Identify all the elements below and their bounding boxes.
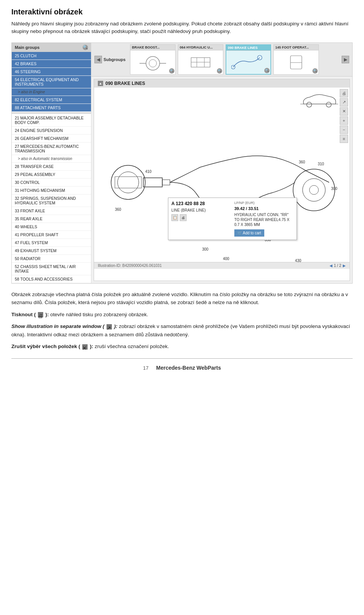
show-illus-label-end: ): bbox=[114, 323, 119, 329]
print-tool-btn[interactable]: 🖨 bbox=[340, 89, 348, 97]
subgroup-prev-btn[interactable]: ◀ bbox=[94, 56, 102, 63]
svg-text:360: 360 bbox=[299, 160, 305, 164]
popup-icon-2[interactable]: 🖨 bbox=[180, 214, 187, 221]
ui-screenshot: Main groups 🔍 25 CLUTCH 42 BRAKES 46 STE… bbox=[11, 42, 353, 284]
sidebar-item-electrical-system[interactable]: 82 ELECTRICAL SYSTEM bbox=[12, 96, 91, 104]
tisknout-label-end: ): bbox=[46, 312, 50, 317]
subgroup-thumbnails: BRAKE BOOST... 🔍 bbox=[130, 44, 340, 75]
svg-text:310: 310 bbox=[318, 162, 324, 166]
illustration-bottom-bar: Illustration-ID: B42090000426.061031 ◀ 1… bbox=[94, 262, 350, 269]
svg-rect-18 bbox=[143, 178, 162, 187]
main-groups-header: Main groups 🔍 bbox=[12, 43, 91, 52]
sidebar-item-exhaust[interactable]: 49 EXHAUST SYSTEM bbox=[12, 247, 91, 255]
svg-rect-19 bbox=[162, 180, 170, 185]
sidebar-item-radiator[interactable]: 50 RADIATOR bbox=[12, 255, 91, 263]
sidebar-item-rear-axle[interactable]: 35 REAR AXLE bbox=[12, 215, 91, 223]
deselect-icon: ✕ bbox=[82, 344, 88, 350]
subgroup-brake-boost-search[interactable]: 🔍 bbox=[169, 68, 174, 74]
illustration-tools: 🖨 ↗ ✕ + − ≡ bbox=[338, 88, 350, 144]
scroll-tool-btn[interactable]: ≡ bbox=[340, 135, 348, 143]
part-number: A 123 420 88 28 bbox=[171, 201, 231, 206]
illustration-content: 410 360 360 bbox=[94, 88, 350, 262]
svg-point-25 bbox=[309, 185, 318, 195]
part-popup-left: A 123 420 88 28 LINE (BRAKE LINE) 📋 🖨 bbox=[171, 201, 231, 237]
separate-window-icon: ↗ bbox=[107, 324, 112, 329]
sidebar-item-control[interactable]: 30 CONTROL bbox=[12, 179, 91, 187]
subgroup-foot-operat[interactable]: 145 FOOT OPERAT... 🔍 bbox=[273, 44, 319, 75]
subgroup-brake-lines[interactable]: 090 BRAKE LINES 🔍 bbox=[226, 44, 271, 75]
svg-point-24 bbox=[303, 179, 325, 201]
sidebar-item-tools[interactable]: 58 TOOLS AND ACCESSORIES bbox=[12, 275, 91, 283]
svg-text:410: 410 bbox=[145, 169, 152, 174]
page-prev-btn[interactable]: ◀ bbox=[329, 264, 333, 268]
sidebar-item-also-in-engine[interactable]: > also in Engine bbox=[12, 88, 91, 96]
svg-text:400: 400 bbox=[223, 257, 229, 261]
sidebar-item-steering[interactable]: 46 STEERING bbox=[12, 68, 91, 76]
subgroup-foot-operat-label: 145 FOOT OPERAT... bbox=[274, 45, 318, 50]
sidebar-item-mercedes-auto-trans[interactable]: 27 MERCEDES-BENZ AUTOMATIC TRANSMISSION bbox=[12, 143, 91, 155]
cart-icon: 🛒 bbox=[237, 231, 242, 235]
page-title: Interaktivní obrázek bbox=[11, 8, 353, 16]
sidebar-item-chassis[interactable]: 52 CHASSIS SHEET METAL / AIR INTAKE bbox=[12, 263, 91, 275]
subgroups-bar: ◀ Subgroups BRAKE BOOST... bbox=[91, 43, 352, 77]
sidebar-item-gearshift[interactable]: 26 GEARSHIFT MECHANISM bbox=[12, 135, 91, 143]
page-next-btn[interactable]: ▶ bbox=[343, 264, 346, 268]
sidebar-item-fuel[interactable]: 47 FUEL SYSTEM bbox=[12, 239, 91, 247]
sidebar-item-engine-suspension[interactable]: 24 ENGINE SUSPENSION bbox=[12, 127, 91, 135]
sidebar-item-propeller[interactable]: 41 PROPELLER SHAFT bbox=[12, 231, 91, 239]
footer-bar: 17 Mercedes-Benz WebParts bbox=[11, 362, 353, 373]
intro-paragraph: Náhledy pro hlavní skupiny jsou zobrazen… bbox=[11, 20, 353, 36]
sidebar-item-hitching[interactable]: 31 HITCHING MECHANISM bbox=[12, 187, 91, 195]
sidebar-item-springs[interactable]: 32 SPRINGS, SUSPENSION AND HYDRAULIC SYS… bbox=[12, 195, 91, 207]
subgroup-hydraulic-img bbox=[178, 50, 223, 74]
deselect-tool-btn[interactable]: ✕ bbox=[340, 107, 348, 116]
add-to-cart-label: Add to cart bbox=[243, 231, 261, 235]
svg-point-0 bbox=[146, 56, 160, 70]
sidebar-item-wheels[interactable]: 40 WHEELS bbox=[12, 223, 91, 231]
sidebar-item-transfer-case[interactable]: 28 TRANSFER CASE bbox=[12, 163, 91, 171]
subgroup-brake-lines-search[interactable]: 🔍 bbox=[264, 68, 270, 73]
sidebar-item-brakes[interactable]: 42 BRAKES bbox=[12, 60, 91, 68]
svg-point-16 bbox=[118, 172, 139, 193]
subgroup-hydraulic[interactable]: 064 HYDRAULIC U... 🔍 bbox=[178, 44, 223, 75]
page-wrapper: Interaktivní obrázek Náhledy pro hlavní … bbox=[0, 0, 364, 381]
zrusit-label-end: ): bbox=[90, 344, 95, 349]
part-popup-row: A 123 420 88 28 LINE (BRAKE LINE) 📋 🖨 LP… bbox=[171, 201, 293, 237]
svg-point-15 bbox=[111, 165, 145, 199]
footer-separator bbox=[11, 358, 353, 359]
tisknout-desc: otevře náhled tisku pro zobrazený obráze… bbox=[50, 312, 148, 317]
add-to-cart-button[interactable]: 🛒 Add to cart bbox=[234, 229, 264, 237]
zoom-out-tool-btn[interactable]: − bbox=[340, 126, 348, 134]
search-icon[interactable]: 🔍 bbox=[83, 45, 88, 50]
page-indicator: 1 / 2 bbox=[334, 264, 341, 268]
footer-page-number: 17 bbox=[143, 365, 148, 371]
external-window-tool-btn[interactable]: ↗ bbox=[340, 98, 348, 107]
subgroup-next-btn[interactable]: ▶ bbox=[342, 56, 349, 63]
price-label: LP/NP (EUR) bbox=[234, 201, 293, 205]
part-line: LINE (BRAKE LINE) bbox=[171, 208, 231, 213]
zoom-in-tool-btn[interactable]: + bbox=[340, 116, 348, 125]
content-area: ◀ Subgroups BRAKE BOOST... bbox=[91, 43, 352, 283]
footer-title: Mercedes-Benz WebParts bbox=[156, 365, 221, 371]
sidebar-item-attachment-parts[interactable]: 88 ATTACHMENT PARTS bbox=[12, 104, 91, 112]
sidebar-item-front-axle[interactable]: 33 FRONT AXLE bbox=[12, 207, 91, 215]
popup-icon-1[interactable]: 📋 bbox=[171, 214, 178, 221]
sidebar-item-major-assembly[interactable]: 21 MAJOR ASSEMBLY DETACHABLE BODY COMP. bbox=[12, 114, 91, 127]
sidebar-item-also-in-auto-trans[interactable]: > also in Automatic transmission bbox=[12, 155, 91, 163]
part-price: 39.42 / 33.51 bbox=[234, 206, 293, 211]
subgroup-brake-boost-img bbox=[130, 50, 175, 74]
illustration-title: 090 BRAKE LINES bbox=[105, 81, 145, 86]
sidebar-item-clutch[interactable]: 25 CLUTCH bbox=[12, 52, 91, 60]
subgroup-foot-operat-search[interactable]: 🔍 bbox=[312, 68, 318, 74]
main-groups-panel: Main groups 🔍 25 CLUTCH 42 BRAKES 46 STE… bbox=[12, 43, 91, 283]
collapse-button[interactable]: ▲ bbox=[98, 81, 103, 86]
page-nav: ◀ 1 / 2 ▶ bbox=[329, 264, 346, 268]
subgroup-brake-boost-label: BRAKE BOOST... bbox=[130, 45, 175, 50]
sidebar-item-electrical-equipment[interactable]: 54 ELECTRICAL EQUIPMENT AND INSTRUMENTS bbox=[12, 76, 91, 88]
zrusit-label: Zrušit výběr všech položek ( bbox=[11, 344, 82, 349]
svg-text:430: 430 bbox=[295, 259, 301, 262]
sidebar-item-pedal-assembly[interactable]: 29 PEDAL ASSEMBLY bbox=[12, 171, 91, 179]
illustration-area: ▲ 090 BRAKE LINES bbox=[94, 79, 350, 281]
subgroup-brake-boost[interactable]: BRAKE BOOST... 🔍 bbox=[130, 44, 176, 75]
subgroup-hydraulic-search[interactable]: 🔍 bbox=[217, 68, 222, 74]
